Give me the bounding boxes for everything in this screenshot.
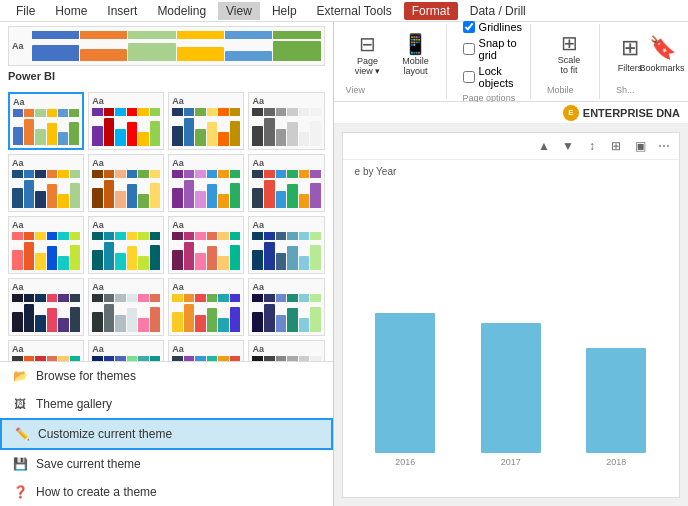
menu-format[interactable]: Format [404, 2, 458, 20]
chart-updown-icon[interactable]: ↕ [583, 137, 601, 155]
theme-panel: Aa [0, 22, 334, 506]
save-icon: 💾 [12, 456, 28, 472]
theme-card-t19[interactable]: Aa [168, 340, 244, 361]
browse-icon: 📂 [12, 368, 28, 384]
bookmarks-button[interactable]: 🔖 Bookmarks [648, 28, 676, 80]
lock-objects-checkbox-row[interactable]: Lock objects [463, 65, 522, 89]
chart-area: ▲ ▼ ↕ ⊞ ▣ ⋯ e by Year 201620172018 [342, 132, 680, 498]
theme-card-t7[interactable]: Aa [168, 154, 244, 212]
theme-card-t18[interactable]: Aa [88, 340, 164, 361]
gridlines-checkbox[interactable] [463, 21, 475, 33]
howto-icon: ❓ [12, 484, 28, 500]
gridlines-checkbox-row[interactable]: Gridlines [463, 21, 522, 33]
mobile-layout-icon: 📱 [403, 34, 428, 54]
page-view-icon: ⊟ [359, 34, 376, 54]
chart-up-icon[interactable]: ▲ [535, 137, 553, 155]
theme-card-t20[interactable]: Aa [248, 340, 324, 361]
theme-menu-gallery[interactable]: 🖼Theme gallery [0, 390, 333, 418]
page-view-label: Pageview ▾ [355, 56, 381, 76]
chart-title: e by Year [355, 166, 397, 177]
bookmarks-icon: 🔖 [649, 35, 676, 61]
customize-label: Customize current theme [38, 427, 172, 441]
mobile-label: Mobile [547, 81, 574, 95]
chart-more-icon[interactable]: ⋯ [655, 137, 673, 155]
chart-body: e by Year 201620172018 [343, 160, 679, 497]
browse-label: Browse for themes [36, 369, 136, 383]
theme-card-t14[interactable]: Aa [88, 278, 164, 336]
theme-card-t4[interactable]: Aa [248, 92, 324, 150]
ribbon-controls: ⊟ Pageview ▾ 📱 Mobilelayout [346, 28, 438, 81]
theme-grid: AaAaAaAaAaAaAaAaAaAaAaAaAaAaAaAaAaAaAaAa… [0, 86, 333, 361]
theme-menu-save[interactable]: 💾Save current theme [0, 450, 333, 478]
theme-card-t17[interactable]: Aa [8, 340, 84, 361]
snap-to-grid-checkbox-row[interactable]: Snap to grid [463, 37, 522, 61]
menu-data-drill[interactable]: Data / Drill [462, 2, 534, 20]
theme-card-t12[interactable]: Aa [248, 216, 324, 274]
menu-help[interactable]: Help [264, 2, 305, 20]
ribbon-filters-group: ⊞ Filters 🔖 Bookmarks Sh... [608, 24, 684, 99]
enterprise-name: ENTERPRISE DNA [583, 107, 680, 119]
theme-menu-browse[interactable]: 📂Browse for themes [0, 362, 333, 390]
page-options-label: Page options [463, 89, 516, 103]
snap-to-grid-checkbox[interactable] [463, 43, 475, 55]
gridlines-label: Gridlines [479, 21, 522, 33]
theme-card-t9[interactable]: Aa [8, 216, 84, 274]
menubar: File Home Insert Modeling View Help Exte… [0, 0, 688, 22]
lock-objects-label: Lock objects [479, 65, 522, 89]
chart-toolbar: ▲ ▼ ↕ ⊞ ▣ ⋯ [343, 133, 679, 160]
snap-to-grid-label: Snap to grid [479, 37, 522, 61]
ribbon: ⊟ Pageview ▾ 📱 Mobilelayout View [334, 22, 688, 102]
chart-bar-2018 [586, 348, 646, 453]
chart-bar-group-2016: 2016 [363, 313, 448, 467]
filter-bookmark-row: ⊞ Filters 🔖 Bookmarks [616, 28, 676, 80]
theme-scroll[interactable]: Aa [0, 22, 333, 361]
theme-menu-items: 📂Browse for themes🖼Theme gallery✏️Custom… [0, 361, 333, 506]
show-label: Sh... [616, 81, 635, 95]
main-layout: Aa [0, 22, 688, 506]
chart-filter-icon[interactable]: ⊞ [607, 137, 625, 155]
chart-bar-label-2017: 2017 [501, 457, 521, 467]
page-view-button[interactable]: ⊟ Pageview ▾ [346, 30, 390, 80]
menu-insert[interactable]: Insert [99, 2, 145, 20]
theme-card-default[interactable]: Aa [8, 26, 325, 66]
theme-menu-howto[interactable]: ❓How to create a theme [0, 478, 333, 506]
menu-external-tools[interactable]: External Tools [309, 2, 400, 20]
menu-view[interactable]: View [218, 2, 260, 20]
chart-bar-label-2016: 2016 [395, 457, 415, 467]
chart-expand-icon[interactable]: ▣ [631, 137, 649, 155]
theme-card-t1[interactable]: Aa [8, 92, 84, 150]
scale-to-fit-icon: ⊞ [561, 33, 578, 53]
save-label: Save current theme [36, 457, 141, 471]
menu-file[interactable]: File [8, 2, 43, 20]
enterprise-logo: E [563, 105, 579, 121]
theme-card-t5[interactable]: Aa [8, 154, 84, 212]
scale-to-fit-button[interactable]: ⊞ Scale to fit [547, 28, 591, 80]
howto-label: How to create a theme [36, 485, 157, 499]
ribbon-scale-group: ⊞ Scale to fit Mobile [539, 24, 600, 99]
mobile-layout-label: Mobilelayout [402, 56, 429, 76]
chart-bar-label-2018: 2018 [606, 457, 626, 467]
bookmarks-label: Bookmarks [640, 63, 685, 73]
menu-modeling[interactable]: Modeling [149, 2, 214, 20]
power-bi-section-header: Power BI [0, 66, 333, 86]
theme-card-t10[interactable]: Aa [88, 216, 164, 274]
menu-home[interactable]: Home [47, 2, 95, 20]
chart-bar-2017 [481, 323, 541, 453]
theme-menu-customize[interactable]: ✏️Customize current theme [0, 418, 333, 450]
theme-card-t6[interactable]: Aa [88, 154, 164, 212]
chart-bar-2016 [375, 313, 435, 453]
customize-icon: ✏️ [14, 426, 30, 442]
lock-objects-checkbox[interactable] [463, 71, 475, 83]
theme-card-t15[interactable]: Aa [168, 278, 244, 336]
chart-down-icon[interactable]: ▼ [559, 137, 577, 155]
view-group-label: View [346, 81, 365, 95]
theme-card-t3[interactable]: Aa [168, 92, 244, 150]
theme-card-t2[interactable]: Aa [88, 92, 164, 150]
theme-card-t11[interactable]: Aa [168, 216, 244, 274]
theme-card-t13[interactable]: Aa [8, 278, 84, 336]
mobile-layout-button[interactable]: 📱 Mobilelayout [394, 30, 438, 80]
scale-to-fit-label: Scale to fit [555, 55, 583, 75]
theme-card-t16[interactable]: Aa [248, 278, 324, 336]
filters-icon: ⊞ [621, 35, 639, 61]
theme-card-t8[interactable]: Aa [248, 154, 324, 212]
